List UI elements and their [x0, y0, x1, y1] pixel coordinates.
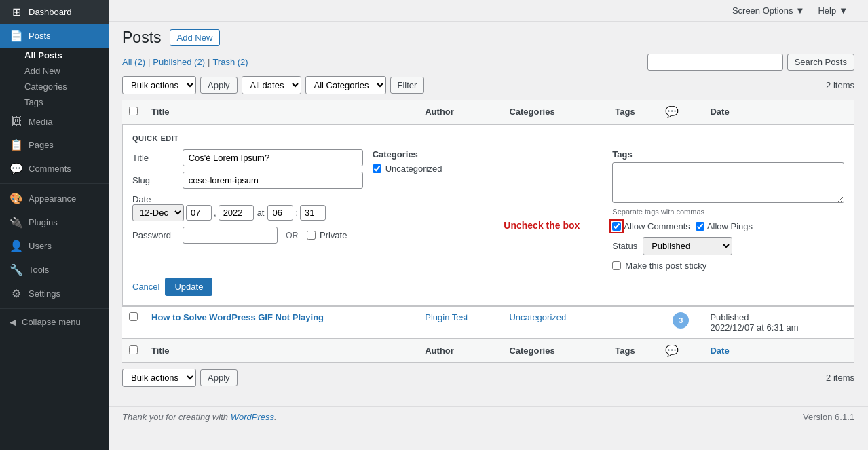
- sidebar-item-pages[interactable]: 📋 Pages: [0, 133, 109, 157]
- qe-day-input[interactable]: [186, 205, 212, 221]
- qe-or-text: –OR–: [282, 231, 303, 240]
- page-content: Posts Add New All (2) | Published (2) |: [109, 22, 868, 406]
- post-title-link[interactable]: How to Solve WordPress GIF Not Playing: [151, 312, 324, 322]
- footer-author-header: Author: [418, 339, 502, 363]
- allow-comments-label: Allow Comments: [624, 221, 690, 231]
- quick-edit-panel: QUICK EDIT Title: [122, 124, 854, 306]
- comment-header-icon: 💬: [665, 106, 679, 117]
- filter-trash-link[interactable]: Trash (2): [212, 57, 248, 67]
- select-all-checkbox-bottom[interactable]: [129, 345, 138, 354]
- actions-row-bottom: Bulk actions Apply 2 items: [122, 369, 854, 387]
- qe-title-label: Title: [132, 153, 180, 163]
- sidebar-item-label: Dashboard: [29, 7, 72, 17]
- allow-comments-checkbox[interactable]: [612, 222, 621, 231]
- sidebar-item-label: Tools: [29, 265, 49, 275]
- apply-button-bottom[interactable]: Apply: [200, 369, 238, 386]
- sidebar-item-settings[interactable]: ⚙ Settings: [0, 282, 109, 305]
- sidebar-sub-add-new[interactable]: Add New: [0, 63, 109, 79]
- qe-hour-input[interactable]: [267, 205, 293, 221]
- comment-count: 3: [679, 316, 683, 324]
- footer-wordpress-link[interactable]: WordPress: [231, 412, 274, 422]
- qe-password-input[interactable]: [183, 227, 278, 244]
- sidebar-item-posts[interactable]: 📄 Posts: [0, 24, 109, 48]
- tags-hint: Separate tags with commas: [612, 208, 844, 216]
- post-category-link[interactable]: Uncategorized: [509, 312, 566, 322]
- topbar: Screen Options ▼ Help ▼: [109, 0, 868, 22]
- allow-pings-checkbox[interactable]: [696, 222, 704, 231]
- category-item: Uncategorized: [373, 164, 605, 174]
- quick-edit-row: QUICK EDIT Title: [122, 124, 854, 307]
- collapse-menu-item[interactable]: ◀ Collapse menu: [0, 312, 109, 333]
- filter-search-row: All (2) | Published (2) | Trash (2): [122, 54, 854, 71]
- row-checkbox[interactable]: [129, 312, 138, 321]
- qe-slug-field: Slug: [132, 172, 364, 189]
- footer: Thank you for creating with WordPress. V…: [109, 406, 868, 428]
- update-button[interactable]: Update: [165, 278, 212, 296]
- filter-button[interactable]: Filter: [390, 77, 425, 94]
- qe-date-comma: ,: [214, 208, 216, 218]
- items-count-bottom: 2 items: [826, 373, 854, 383]
- status-row: Status Published Draft Pending Review: [612, 237, 844, 255]
- footer-left: Thank you for creating with WordPress.: [122, 412, 277, 422]
- apply-button-top[interactable]: Apply: [200, 77, 238, 94]
- sidebar-item-dashboard[interactable]: ⊞ Dashboard: [0, 0, 109, 24]
- sidebar-item-label: Media: [29, 117, 52, 127]
- sidebar-item-comments[interactable]: 💬 Comments: [0, 157, 109, 181]
- filter-links: All (2) | Published (2) | Trash (2): [122, 57, 647, 67]
- sticky-checkbox[interactable]: [612, 261, 621, 270]
- quick-edit-actions: Cancel Update: [132, 278, 844, 296]
- header-tags: Tags: [608, 100, 658, 124]
- sidebar-sub-tags[interactable]: Tags: [0, 94, 109, 110]
- tags-textarea[interactable]: [612, 162, 844, 203]
- status-select[interactable]: Published Draft Pending Review: [643, 237, 732, 255]
- all-categories-select[interactable]: All Categories: [305, 76, 386, 94]
- sidebar-item-label: Appearance: [29, 193, 76, 204]
- sidebar-divider: [0, 183, 109, 184]
- dashboard-icon: ⊞: [10, 5, 23, 18]
- footer-date-link[interactable]: Date: [710, 345, 729, 356]
- users-icon: 👤: [10, 240, 23, 252]
- comment-footer-header-icon: 💬: [665, 345, 679, 356]
- search-input[interactable]: [647, 54, 783, 71]
- row-checkbox-cell: [122, 307, 145, 339]
- filter-published-link[interactable]: Published (2): [153, 57, 205, 67]
- quick-edit-left-col: Title Slug Date: [132, 149, 364, 271]
- post-author-link[interactable]: Plugin Test: [425, 312, 468, 322]
- screen-options-button[interactable]: Screen Options ▼: [725, 3, 811, 18]
- qe-date-field: Date 12-Dec ,: [132, 194, 364, 221]
- header-author: Author: [418, 100, 502, 124]
- sidebar-item-appearance[interactable]: 🎨 Appearance: [0, 187, 109, 210]
- qe-password-label: Password: [132, 230, 180, 240]
- sidebar-item-media[interactable]: 🖼 Media: [0, 110, 109, 133]
- cancel-button[interactable]: Cancel: [132, 282, 159, 292]
- tools-icon: 🔧: [10, 263, 23, 276]
- qe-year-input[interactable]: [219, 205, 254, 221]
- qe-title-input[interactable]: [183, 149, 364, 166]
- filter-all-link[interactable]: All (2): [122, 57, 145, 67]
- qe-private-checkbox[interactable]: [307, 231, 316, 240]
- qe-slug-input[interactable]: [183, 172, 364, 189]
- header-checkbox-cell: [122, 100, 145, 124]
- qe-min-input[interactable]: [300, 205, 326, 221]
- help-button[interactable]: Help ▼: [811, 3, 854, 18]
- footer-checkbox-cell: [122, 339, 145, 363]
- bulk-actions-select-bottom[interactable]: Bulk actions: [122, 369, 196, 387]
- sidebar-item-plugins[interactable]: 🔌 Plugins: [0, 210, 109, 234]
- add-new-button[interactable]: Add New: [170, 29, 221, 46]
- sidebar-item-users[interactable]: 👤 Users: [0, 234, 109, 258]
- qe-month-select[interactable]: 12-Dec: [132, 204, 184, 221]
- sidebar-sub-all-posts[interactable]: All Posts: [0, 48, 109, 63]
- select-all-checkbox-top[interactable]: [129, 107, 138, 115]
- sidebar-sub-categories[interactable]: Categories: [0, 79, 109, 94]
- comment-bubble[interactable]: 3: [673, 312, 689, 329]
- row-title-cell: How to Solve WordPress GIF Not Playing: [145, 307, 418, 339]
- sidebar-item-tools[interactable]: 🔧 Tools: [0, 258, 109, 282]
- appearance-icon: 🎨: [10, 192, 23, 205]
- search-posts-button[interactable]: Search Posts: [787, 54, 854, 71]
- post-date-status: Published: [710, 312, 749, 322]
- bulk-actions-select-top[interactable]: Bulk actions: [122, 76, 196, 94]
- plugins-icon: 🔌: [10, 216, 23, 229]
- all-dates-select[interactable]: All dates: [242, 76, 301, 94]
- category-uncategorized-checkbox[interactable]: [373, 164, 381, 173]
- sidebar-item-label: Comments: [29, 164, 71, 174]
